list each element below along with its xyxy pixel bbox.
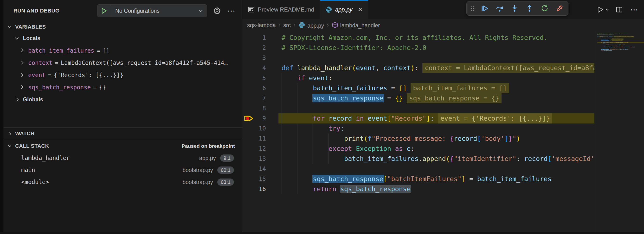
breadcrumb-item-src[interactable]: src xyxy=(283,22,291,29)
start-debugging-icon[interactable] xyxy=(98,4,111,17)
line-number[interactable]: 1 xyxy=(242,33,278,43)
code-line-16: 16 return sqs_batch_response xyxy=(242,184,594,194)
chevron-down-icon xyxy=(8,144,11,147)
code-text[interactable]: return sqs_batch_response xyxy=(278,184,594,194)
sidebar-header: RUN AND DEBUG No Configurations ⋯ xyxy=(3,0,242,22)
frame-file: app.py xyxy=(199,155,216,161)
continue-icon[interactable] xyxy=(480,3,489,14)
chevron-down-icon xyxy=(8,25,11,28)
code-text[interactable]: print(f"Processed message: {record['body… xyxy=(278,133,594,144)
variable-row[interactable]: event={'Records': [{...}]} xyxy=(3,69,242,81)
frame-name: <module> xyxy=(21,179,49,185)
line-number[interactable]: 14 xyxy=(242,164,278,174)
code-text[interactable] xyxy=(278,53,594,63)
locals-variable-rows: batch_item_failures=[]context=LambdaCont… xyxy=(3,44,242,94)
frame-name: lambda_handler xyxy=(21,155,70,161)
line-number[interactable]: 10 xyxy=(242,123,278,133)
variable-row[interactable]: sqs_batch_response={} xyxy=(3,81,242,94)
line-number[interactable]: 9 xyxy=(242,114,278,123)
run-dropdown-chevron-icon[interactable] xyxy=(606,7,609,10)
line-number[interactable]: 6 xyxy=(242,83,278,93)
frame-name: main xyxy=(21,167,35,173)
code-text[interactable]: if event: xyxy=(278,73,594,83)
breadcrumb-separator: › xyxy=(294,22,295,28)
code-line-13: 13 batch_item_failures.append({"itemIden… xyxy=(242,154,594,164)
code-text[interactable]: batch_item_failures.append({"itemIdentif… xyxy=(278,154,594,164)
code-text[interactable]: sqs_batch_response = {}sqs_batch_respons… xyxy=(278,93,594,103)
run-python-file-button[interactable] xyxy=(596,6,608,13)
line-number[interactable]: 3 xyxy=(242,53,278,63)
line-number[interactable]: 16 xyxy=(242,184,278,194)
line-number[interactable]: 8 xyxy=(242,103,278,114)
code-text[interactable]: sqs_batch_response["batchItemFailures"] … xyxy=(278,174,594,184)
tab-preview-readme-md[interactable]: Preview README.md xyxy=(242,0,320,19)
code-text[interactable]: batch_item_failures = []batch_item_failu… xyxy=(278,83,594,93)
frame-location-badge: 63:1 xyxy=(217,179,234,186)
frame-file: bootstrap.py xyxy=(183,179,213,185)
code-text[interactable] xyxy=(278,164,594,174)
frame-location-badge: 9:1 xyxy=(220,154,234,162)
breadcrumb-item-lambda-handler[interactable]: lambda_handler xyxy=(332,22,380,29)
inline-debug-value: event = {'Records': [{...}]} xyxy=(438,114,552,123)
breadcrumb-item-app-py[interactable]: app.py xyxy=(298,21,324,29)
line-number[interactable]: 11 xyxy=(242,133,278,144)
window-bottom-edge xyxy=(0,232,644,234)
breadcrumb-item-sqs-lambda[interactable]: sqs-lambda xyxy=(247,22,276,29)
call-stack-frame[interactable]: mainbootstrap.py60:1 xyxy=(3,164,242,176)
line-number[interactable]: 12 xyxy=(242,144,278,154)
tabs-container: Preview README.md app.py✕ xyxy=(242,0,368,19)
line-number[interactable]: 2 xyxy=(242,43,278,53)
watch-section-header[interactable]: WATCH xyxy=(3,127,242,140)
chevron-down-icon[interactable] xyxy=(199,8,203,12)
toolbar-drag-handle-icon[interactable] xyxy=(470,5,474,12)
breadcrumb: sqs-lambda›src› app.py› lambda_handler xyxy=(242,19,644,31)
inline-debug-value: batch_item_failures = [] xyxy=(410,83,509,93)
code-text[interactable]: for record in event["Records"]:event = {… xyxy=(278,114,594,123)
line-number[interactable]: 7 xyxy=(242,93,278,103)
tab-app-py[interactable]: app.py✕ xyxy=(320,0,368,19)
code-line-11: 11 print(f"Processed message: {record['b… xyxy=(242,133,594,144)
restart-icon[interactable] xyxy=(540,3,550,14)
variable-row[interactable]: batch_item_failures=[] xyxy=(3,44,242,57)
step-over-icon[interactable] xyxy=(495,3,504,14)
call-stack-frame[interactable]: <module>bootstrap.py63:1 xyxy=(3,176,242,188)
code-line-2: 2# SPDX-License-Identifier: Apache-2.0 xyxy=(242,43,594,53)
watch-header-label: WATCH xyxy=(15,130,34,137)
variables-section-header[interactable]: VARIABLES xyxy=(3,22,242,32)
code-text[interactable]: def lambda_handler(event, context):conte… xyxy=(278,63,594,73)
call-stack-section-header[interactable]: CALL STACK Paused on breakpoint xyxy=(3,140,242,152)
window-edge-strip xyxy=(0,0,3,234)
code-editor[interactable]: 1# Copyright Amazon.com, Inc. or its aff… xyxy=(242,31,644,234)
chevron-right-icon xyxy=(20,73,24,77)
sidebar-title: RUN AND DEBUG xyxy=(14,8,60,14)
indent-guide xyxy=(282,73,282,194)
debug-configuration-dropdown[interactable]: No Configurations xyxy=(97,4,207,17)
variable-row[interactable]: context=LambdaContext([aws_request_id=a8… xyxy=(3,57,242,69)
more-actions-icon[interactable]: ⋯ xyxy=(227,8,236,13)
step-into-icon[interactable] xyxy=(510,3,519,14)
variables-tree: Locals batch_item_failures=[]context=Lam… xyxy=(3,32,242,106)
more-actions-icon[interactable]: ⋯ xyxy=(630,5,638,14)
step-out-icon[interactable] xyxy=(525,3,534,14)
line-number[interactable]: 15 xyxy=(242,174,278,184)
code-text[interactable] xyxy=(278,103,594,114)
code-text[interactable]: try: xyxy=(278,123,594,133)
code-line-15: 15 sqs_batch_response["batchItemFailures… xyxy=(242,174,594,184)
disconnect-icon[interactable] xyxy=(555,3,564,14)
line-number[interactable]: 4 xyxy=(242,63,278,73)
scope-globals[interactable]: Globals xyxy=(3,94,242,106)
split-editor-button[interactable] xyxy=(616,6,623,13)
code-text[interactable]: except Exception as e: xyxy=(278,144,594,154)
markdown-preview-icon xyxy=(248,6,255,13)
code-lines: 1# Copyright Amazon.com, Inc. or its aff… xyxy=(242,33,594,194)
code-text[interactable]: # Copyright Amazon.com, Inc. or its affi… xyxy=(278,33,594,43)
line-number[interactable]: 5 xyxy=(242,73,278,83)
close-icon[interactable]: ✕ xyxy=(358,7,363,12)
minimap[interactable]: # Copyright Amazon.com, Inc. or its affi… xyxy=(595,31,644,234)
scope-locals[interactable]: Locals xyxy=(3,32,242,44)
call-stack-frame[interactable]: lambda_handlerapp.py9:1 xyxy=(3,152,242,164)
frame-file: bootstrap.py xyxy=(183,167,213,173)
gear-icon[interactable] xyxy=(213,6,221,15)
line-number[interactable]: 13 xyxy=(242,154,278,164)
code-text[interactable]: # SPDX-License-Identifier: Apache-2.0 xyxy=(278,43,594,53)
